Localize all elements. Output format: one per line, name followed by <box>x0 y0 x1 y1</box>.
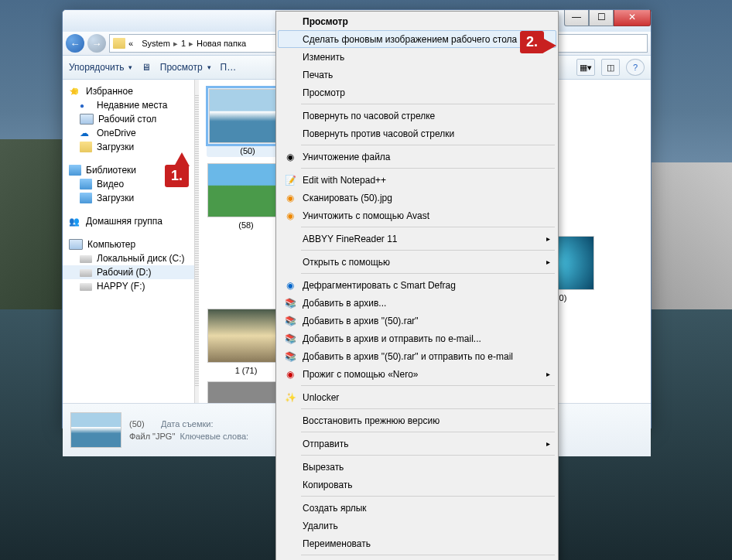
computer-group[interactable]: Компьютер <box>63 237 194 251</box>
ctx-defrag[interactable]: ◉Дефрагментировать с Smart Defrag <box>278 276 556 294</box>
rar-icon: 📚 <box>282 297 298 309</box>
callout-1: 1. <box>165 165 189 187</box>
ctx-unlocker[interactable]: ✨Unlocker <box>278 388 556 406</box>
favorites-group[interactable]: Избранное <box>63 84 194 98</box>
ctx-title: Просмотр <box>278 13 556 30</box>
ctx-rename[interactable]: Переименовать <box>278 534 556 552</box>
disk-d[interactable]: Рабочий (D:) <box>63 265 194 279</box>
ctx-avast[interactable]: ◉Уничтожить с помощью Avast <box>278 207 556 224</box>
ctx-scan[interactable]: ◉Сканировать (50).jpg <box>278 189 556 207</box>
avast-icon: ◉ <box>282 210 298 222</box>
organize-button[interactable]: Упорядочить <box>69 62 132 73</box>
context-menu: Просмотр Сделать фоновым изображением ра… <box>275 11 559 560</box>
rar-icon: 📚 <box>282 350 298 363</box>
navigation-pane: Избранное Недавние места Рабочий стол On… <box>63 80 195 403</box>
details-date-label: Дата съемки: <box>161 419 213 429</box>
scan-icon: ◉ <box>282 192 298 204</box>
ctx-restore[interactable]: Восстановить прежнюю версию <box>278 411 556 429</box>
close-button[interactable]: ✕ <box>614 10 651 26</box>
minimize-button[interactable]: — <box>564 10 589 26</box>
preview-pane-button[interactable]: ◫ <box>601 59 620 76</box>
ctx-archive-named[interactable]: 📚Добавить в архив "(50).rar" <box>278 312 556 330</box>
notepadpp-icon: 📝 <box>282 174 298 186</box>
ctx-delete[interactable]: Удалить <box>278 517 556 534</box>
file-58[interactable]: (58) <box>207 163 286 230</box>
ctx-view[interactable]: Просмотр <box>278 84 556 101</box>
shred-icon: ◉ <box>282 151 298 163</box>
file-71[interactable]: 1 (71) <box>207 309 286 375</box>
details-filename: (50) <box>129 419 145 429</box>
ctx-print[interactable]: Печать <box>278 66 556 84</box>
downloads-library[interactable]: Загрузки <box>63 191 194 205</box>
details-thumbnail <box>70 412 121 448</box>
ctx-copy[interactable]: Копировать <box>278 476 556 493</box>
ctx-shred[interactable]: ◉Уничтожение файла <box>278 148 556 166</box>
rar-icon: 📚 <box>282 315 298 327</box>
ctx-rotate-cw[interactable]: Повернуть по часовой стрелке <box>278 107 556 125</box>
ctx-archive-email[interactable]: 📚Добавить в архив и отправить по e-mail.… <box>278 330 556 347</box>
maximize-button[interactable]: ☐ <box>589 10 614 26</box>
onedrive[interactable]: OneDrive <box>63 126 194 140</box>
ctx-archive[interactable]: 📚Добавить в архив... <box>278 294 556 312</box>
ctx-open-with[interactable]: Открыть с помощью <box>278 253 556 271</box>
ctx-send-to[interactable]: Отправить <box>278 435 556 452</box>
ctx-cut[interactable]: Вырезать <box>278 458 556 476</box>
breadcrumb-folder[interactable]: Новая папка <box>197 39 246 48</box>
ctx-rotate-ccw[interactable]: Повернуть против часовой стрелки <box>278 125 556 142</box>
recent-places[interactable]: Недавние места <box>63 98 194 112</box>
breadcrumb-system[interactable]: System <box>142 39 170 48</box>
ctx-shortcut[interactable]: Создать ярлык <box>278 499 556 517</box>
folder-icon <box>113 38 125 49</box>
ctx-archive-named-email[interactable]: 📚Добавить в архив "(50).rar" и отправить… <box>278 347 556 365</box>
unlocker-icon: ✨ <box>282 391 298 404</box>
view-button[interactable]: 🖥 Просмотр <box>142 62 210 73</box>
disk-c[interactable]: Локальный диск (C:) <box>63 251 194 265</box>
rar-icon: 📚 <box>282 333 298 345</box>
desktop[interactable]: Рабочий стол <box>63 112 194 126</box>
help-button[interactable]: ? <box>626 59 645 76</box>
ctx-notepadpp[interactable]: 📝Edit with Notepad++ <box>278 171 556 189</box>
monitor-icon: 🖥 <box>142 62 151 73</box>
ctx-abbyy[interactable]: ABBYY FineReader 11 <box>278 230 556 248</box>
toolbar-more[interactable]: П… <box>221 62 237 73</box>
nero-icon: ◉ <box>282 368 298 381</box>
homegroup[interactable]: Домашняя группа <box>63 214 194 228</box>
ctx-nero[interactable]: ◉Прожиг с помощью «Nero» <box>278 365 556 383</box>
details-keywords-label: Ключевые слова: <box>180 432 248 441</box>
view-mode-button[interactable]: ▦▾ <box>576 59 595 76</box>
ctx-edit[interactable]: Изменить <box>278 48 556 66</box>
breadcrumb-chevrons[interactable]: « <box>128 39 133 48</box>
disk-f[interactable]: HAPPY (F:) <box>63 279 194 293</box>
ctx-set-wallpaper[interactable]: Сделать фоновым изображением рабочего ст… <box>278 30 556 48</box>
forward-button[interactable]: → <box>87 34 106 53</box>
callout-2: 2. <box>520 31 544 53</box>
defrag-icon: ◉ <box>282 279 298 292</box>
breadcrumb-1[interactable]: 1 <box>181 39 186 48</box>
details-filetype: Файл "JPG" <box>129 432 175 441</box>
file-90[interactable]: 1 (90) <box>207 381 286 403</box>
back-button[interactable]: ← <box>66 34 84 53</box>
